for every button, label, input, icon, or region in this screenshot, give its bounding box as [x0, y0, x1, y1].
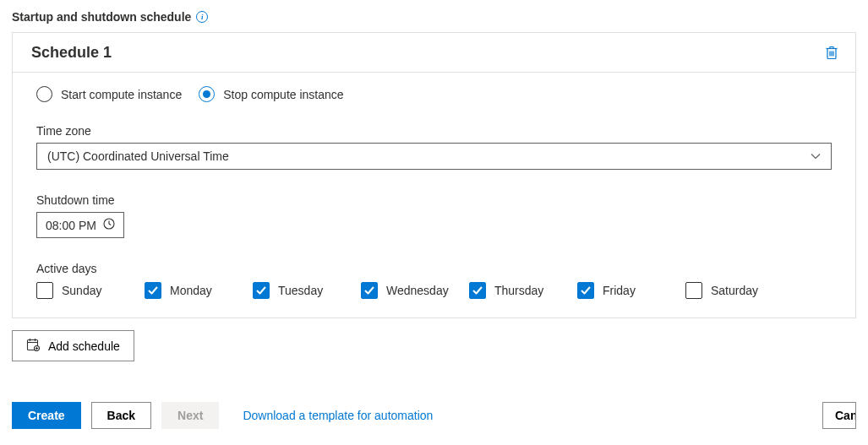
- radio-label: Stop compute instance: [223, 88, 343, 101]
- add-schedule-button[interactable]: Add schedule: [12, 330, 134, 361]
- shutdown-time-label: Shutdown time: [36, 193, 832, 207]
- footer-bar: Create Back Next Download a template for…: [12, 402, 856, 432]
- section-title: Startup and shutdown schedule: [12, 10, 191, 24]
- checkbox-checked-icon: [469, 282, 486, 299]
- radio-icon: [36, 86, 52, 102]
- create-button[interactable]: Create: [12, 402, 81, 429]
- schedule-title: Schedule 1: [31, 44, 112, 62]
- clock-icon: [103, 218, 115, 232]
- day-label: Friday: [603, 284, 636, 297]
- schedule-card-body: Start compute instance Stop compute inst…: [13, 73, 855, 317]
- checkbox-checked-icon: [577, 282, 594, 299]
- shutdown-time-value: 08:00 PM: [46, 219, 96, 232]
- calendar-plus-icon: [26, 338, 40, 354]
- cancel-button[interactable]: Cancel: [822, 402, 856, 429]
- radio-start-compute[interactable]: Start compute instance: [36, 86, 182, 102]
- day-label: Tuesday: [278, 284, 323, 297]
- add-schedule-label: Add schedule: [48, 339, 120, 353]
- delete-schedule-button[interactable]: [823, 43, 840, 62]
- info-icon[interactable]: i: [196, 11, 208, 23]
- day-checkbox-monday[interactable]: Monday: [145, 282, 253, 299]
- next-button[interactable]: Next: [161, 402, 219, 429]
- radio-stop-compute[interactable]: Stop compute instance: [199, 86, 343, 102]
- checkbox-checked-icon: [145, 282, 161, 299]
- trash-icon: [825, 45, 838, 60]
- checkbox-icon: [36, 282, 53, 299]
- checkbox-icon: [685, 282, 702, 299]
- day-checkbox-thursday[interactable]: Thursday: [469, 282, 577, 299]
- active-days-label: Active days: [36, 262, 832, 275]
- checkbox-checked-icon: [361, 282, 378, 299]
- day-label: Saturday: [711, 284, 758, 297]
- section-header: Startup and shutdown schedule i: [12, 10, 856, 24]
- timezone-label: Time zone: [36, 124, 832, 138]
- active-days-row: SundayMondayTuesdayWednesdayThursdayFrid…: [36, 282, 832, 299]
- day-checkbox-saturday[interactable]: Saturday: [685, 282, 794, 299]
- day-label: Wednesday: [386, 284, 449, 297]
- radio-icon: [199, 86, 215, 102]
- chevron-down-icon: [811, 153, 821, 160]
- schedule-card: Schedule 1 Start compute instance S: [12, 32, 856, 318]
- day-checkbox-tuesday[interactable]: Tuesday: [253, 282, 361, 299]
- radio-dot-icon: [203, 90, 210, 98]
- day-checkbox-wednesday[interactable]: Wednesday: [361, 282, 469, 299]
- day-label: Sunday: [62, 284, 101, 297]
- schedule-type-radios: Start compute instance Stop compute inst…: [36, 86, 832, 102]
- day-checkbox-friday[interactable]: Friday: [577, 282, 685, 299]
- timezone-value: (UTC) Coordinated Universal Time: [47, 149, 229, 163]
- day-label: Monday: [170, 284, 212, 297]
- day-checkbox-sunday[interactable]: Sunday: [36, 282, 145, 299]
- timezone-select[interactable]: (UTC) Coordinated Universal Time: [36, 143, 832, 170]
- shutdown-time-input[interactable]: 08:00 PM: [36, 212, 124, 238]
- day-label: Thursday: [494, 284, 543, 297]
- checkbox-checked-icon: [253, 282, 270, 299]
- radio-label: Start compute instance: [61, 88, 182, 101]
- schedule-card-header: Schedule 1: [13, 33, 855, 73]
- back-button[interactable]: Back: [91, 402, 151, 429]
- download-template-link[interactable]: Download a template for automation: [243, 409, 433, 422]
